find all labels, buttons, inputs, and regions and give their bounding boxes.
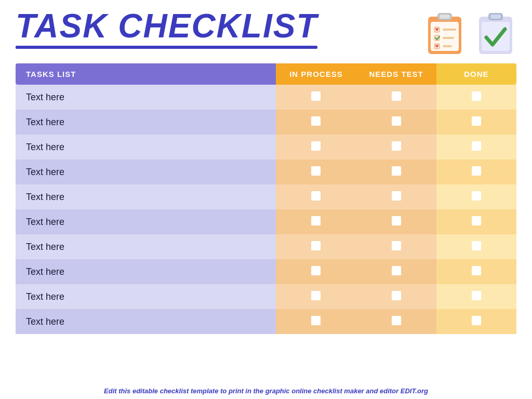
table-row: Text here [16, 259, 516, 284]
inprocess-cell[interactable] [276, 259, 356, 284]
header: TASK CHECKLIST [0, 0, 532, 58]
table-row: Text here [16, 234, 516, 259]
done-cell[interactable] [436, 110, 516, 135]
done-cell[interactable] [436, 234, 516, 259]
task-cell: Text here [16, 284, 276, 309]
svg-rect-8 [443, 29, 456, 31]
task-cell: Text here [16, 110, 276, 135]
needstest-cell[interactable] [356, 110, 436, 135]
task-cell: Text here [16, 85, 276, 110]
col-header-tasks: TASKS LIST [16, 63, 276, 85]
clipboard-checklist-icon [424, 12, 466, 58]
table-row: Text here [16, 284, 516, 309]
table-row: Text here [16, 209, 516, 234]
checkbox[interactable] [472, 91, 481, 101]
checkbox[interactable] [392, 266, 401, 275]
footer-text: Edit this editable checklist template to… [104, 387, 428, 395]
needstest-cell[interactable] [356, 85, 436, 110]
col-header-inprocess: IN PROCESS [276, 63, 356, 85]
needstest-cell[interactable] [356, 284, 436, 309]
task-cell: Text here [16, 135, 276, 159]
checkbox[interactable] [392, 91, 401, 101]
task-cell: Text here [16, 159, 276, 184]
checkbox[interactable] [472, 266, 481, 275]
checkbox[interactable] [311, 291, 321, 300]
checkbox[interactable] [392, 241, 401, 250]
done-cell[interactable] [436, 135, 516, 159]
checkbox[interactable] [472, 191, 481, 201]
done-cell[interactable] [436, 85, 516, 110]
task-table: TASKS LIST IN PROCESS NEEDS TEST DONE Te… [16, 63, 516, 334]
done-cell[interactable] [436, 159, 516, 184]
task-cell: Text here [16, 259, 276, 284]
checkbox[interactable] [311, 141, 321, 151]
checkbox[interactable] [392, 166, 401, 176]
task-cell: Text here [16, 184, 276, 209]
checkbox[interactable] [472, 316, 481, 325]
task-cell: Text here [16, 209, 276, 234]
checkbox[interactable] [311, 166, 321, 176]
checkbox[interactable] [311, 116, 321, 126]
checkbox[interactable] [472, 116, 481, 126]
svg-rect-16 [443, 45, 452, 47]
checkbox[interactable] [392, 141, 401, 151]
checkbox[interactable] [392, 191, 401, 201]
checkbox[interactable] [311, 266, 321, 275]
table-header-row: TASKS LIST IN PROCESS NEEDS TEST DONE [16, 63, 516, 85]
inprocess-cell[interactable] [276, 234, 356, 259]
checkbox[interactable] [311, 191, 321, 201]
svg-rect-12 [443, 37, 454, 39]
title-underline [16, 46, 317, 49]
checkbox[interactable] [311, 216, 321, 225]
needstest-cell[interactable] [356, 135, 436, 159]
table-row: Text here [16, 85, 516, 110]
inprocess-cell[interactable] [276, 110, 356, 135]
col-header-done: DONE [436, 63, 516, 85]
inprocess-cell[interactable] [276, 284, 356, 309]
needstest-cell[interactable] [356, 234, 436, 259]
table-row: Text here [16, 110, 516, 135]
checkbox[interactable] [472, 291, 481, 300]
footer: Edit this editable checklist template to… [0, 383, 532, 399]
table-row: Text here [16, 159, 516, 184]
needstest-cell[interactable] [356, 259, 436, 284]
done-cell[interactable] [436, 259, 516, 284]
title-block: TASK CHECKLIST [16, 9, 317, 49]
svg-rect-4 [440, 15, 450, 19]
needstest-cell[interactable] [356, 159, 436, 184]
col-header-needstest: NEEDS TEST [356, 63, 436, 85]
checkbox[interactable] [392, 116, 401, 126]
done-cell[interactable] [436, 209, 516, 234]
checkbox[interactable] [311, 91, 321, 101]
checkbox[interactable] [472, 166, 481, 176]
inprocess-cell[interactable] [276, 184, 356, 209]
table-row: Text here [16, 135, 516, 159]
inprocess-cell[interactable] [276, 135, 356, 159]
task-cell: Text here [16, 234, 276, 259]
task-cell: Text here [16, 309, 276, 334]
done-cell[interactable] [436, 184, 516, 209]
checkbox[interactable] [392, 291, 401, 300]
checkbox[interactable] [392, 216, 401, 225]
inprocess-cell[interactable] [276, 159, 356, 184]
needstest-cell[interactable] [356, 309, 436, 334]
table-row: Text here [16, 309, 516, 334]
done-cell[interactable] [436, 284, 516, 309]
inprocess-cell[interactable] [276, 209, 356, 234]
page-title: TASK CHECKLIST [16, 9, 317, 43]
table-row: Text here [16, 184, 516, 209]
checkbox[interactable] [472, 216, 481, 225]
checkbox[interactable] [311, 316, 321, 325]
inprocess-cell[interactable] [276, 85, 356, 110]
checkbox[interactable] [392, 316, 401, 325]
inprocess-cell[interactable] [276, 309, 356, 334]
checkbox[interactable] [311, 241, 321, 250]
needstest-cell[interactable] [356, 184, 436, 209]
checkbox[interactable] [472, 241, 481, 250]
icons-block [424, 9, 516, 58]
checkbox[interactable] [472, 141, 481, 151]
svg-rect-21 [490, 15, 501, 19]
done-cell[interactable] [436, 309, 516, 334]
table-area: TASKS LIST IN PROCESS NEEDS TEST DONE Te… [0, 58, 532, 383]
needstest-cell[interactable] [356, 209, 436, 234]
